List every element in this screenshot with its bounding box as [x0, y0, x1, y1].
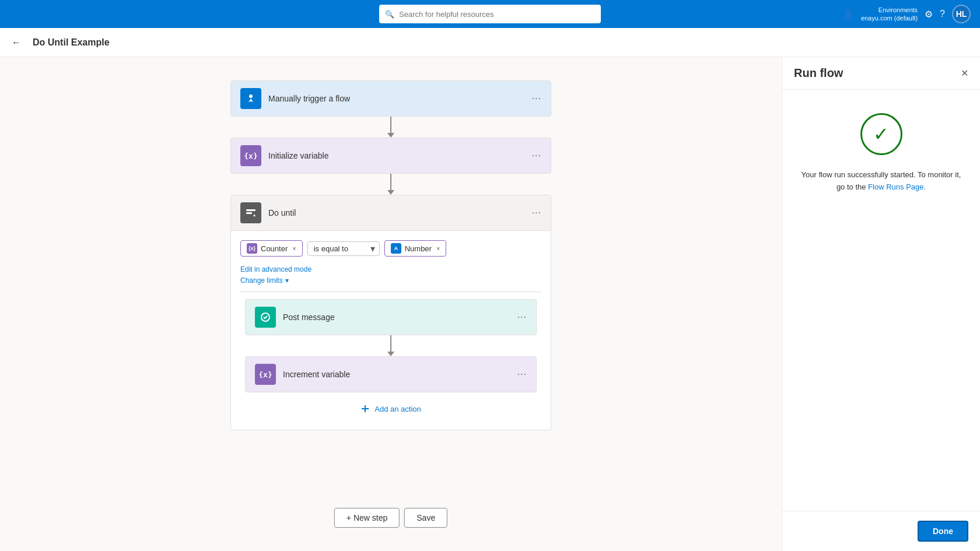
counter-token-icon: {x}	[247, 243, 257, 254]
init-var-icon: {x}	[240, 145, 261, 166]
number-token-icon: A	[391, 243, 401, 254]
search-icon: 🔍	[385, 10, 394, 19]
do-until-body: {x} Counter × is equal to is not equal t…	[231, 231, 551, 430]
sub-header: ← Do Until Example	[0, 28, 980, 57]
change-limits-label: Change limits	[240, 276, 283, 285]
bottom-toolbar: + New step Save	[334, 508, 447, 528]
environment-name: enayu.com (default)	[861, 14, 918, 22]
panel-title: Run flow	[794, 66, 843, 80]
increment-var-icon: {x}	[255, 364, 276, 385]
success-check-icon: ✓	[873, 123, 889, 145]
add-action-label: Add an action	[374, 405, 421, 413]
svg-rect-2	[246, 212, 252, 214]
canvas: Manually trigger a flow ··· {x} Initiali…	[0, 57, 782, 551]
increment-var-step: {x} Increment variable ···	[245, 356, 537, 392]
counter-token[interactable]: {x} Counter ×	[240, 240, 303, 257]
counter-token-close[interactable]: ×	[292, 245, 296, 252]
number-token[interactable]: A Number ×	[384, 240, 447, 257]
connector-line-2	[390, 174, 391, 190]
settings-icon[interactable]: ⚙	[925, 9, 933, 20]
flow-container: Manually trigger a flow ··· {x} Initiali…	[230, 80, 551, 430]
trigger-more[interactable]: ···	[532, 93, 541, 104]
environment-info: Environments enayu.com (default)	[861, 6, 918, 23]
trigger-title: Manually trigger a flow	[268, 94, 532, 103]
change-limits-link[interactable]: Change limits ▾	[240, 276, 541, 285]
new-step-button[interactable]: + New step	[334, 508, 400, 528]
counter-token-label: Counter	[261, 244, 288, 253]
panel-header: Run flow ✕	[782, 57, 980, 90]
do-until-header: Do until ···	[231, 195, 551, 231]
post-message-icon	[255, 307, 276, 328]
increment-var-title: Increment variable	[283, 370, 517, 379]
svg-rect-1	[246, 209, 256, 211]
trigger-step-header: Manually trigger a flow ···	[231, 81, 551, 116]
init-var-header: {x} Initialize variable ···	[231, 138, 551, 173]
connector-line-1	[390, 117, 391, 133]
do-until-more[interactable]: ···	[532, 208, 541, 218]
divider	[240, 292, 541, 292]
inner-steps: Post message ···	[240, 299, 541, 397]
search-input[interactable]	[399, 10, 595, 19]
init-var-step: {x} Initialize variable ···	[230, 138, 551, 174]
svg-rect-5	[362, 408, 369, 409]
do-until-title: Do until	[268, 208, 532, 217]
operator-select-wrapper[interactable]: is equal to is not equal to is greater t…	[307, 241, 380, 256]
environment-label: Environments	[878, 6, 918, 14]
run-flow-panel: Run flow ✕ ✓ Your flow run successfully …	[782, 57, 980, 551]
trigger-step: Manually trigger a flow ···	[230, 80, 551, 117]
connector-arrow-inner	[387, 352, 394, 356]
top-bar: 🔍 👤 Environments enayu.com (default) ⚙ ?…	[0, 0, 980, 28]
connector-arrow-2	[387, 190, 394, 195]
do-until-container: Do until ··· {x} Counter × is equal	[230, 195, 551, 430]
post-message-step: Post message ···	[245, 299, 537, 335]
change-limits-chevron: ▾	[285, 276, 289, 285]
do-until-icon	[240, 202, 261, 223]
connector-inner	[245, 335, 537, 356]
init-var-title: Initialize variable	[268, 151, 532, 160]
condition-row: {x} Counter × is equal to is not equal t…	[240, 240, 541, 257]
connector-line-inner	[390, 335, 391, 352]
post-message-more[interactable]: ···	[517, 312, 527, 322]
avatar[interactable]: HL	[952, 5, 971, 23]
save-button[interactable]: Save	[404, 508, 447, 528]
search-box[interactable]: 🔍	[379, 5, 601, 23]
svg-point-0	[249, 94, 253, 98]
panel-footer: Done	[782, 511, 980, 551]
increment-var-header: {x} Increment variable ···	[246, 357, 536, 392]
number-token-close[interactable]: ×	[436, 245, 440, 252]
connector-2	[387, 174, 394, 195]
connector-1	[387, 117, 394, 138]
flow-title: Do Until Example	[33, 37, 110, 48]
back-button[interactable]: ←	[12, 36, 26, 50]
person-icon[interactable]: 👤	[842, 9, 854, 20]
increment-var-more[interactable]: ···	[517, 369, 527, 380]
help-icon[interactable]: ?	[940, 9, 945, 19]
post-message-title: Post message	[283, 313, 517, 322]
number-token-label: Number	[405, 244, 432, 253]
success-circle: ✓	[860, 113, 902, 155]
operator-select[interactable]: is equal to is not equal to is greater t…	[307, 241, 380, 256]
panel-close-button[interactable]: ✕	[961, 68, 968, 79]
add-action-button[interactable]: Add an action	[240, 397, 541, 420]
panel-body: ✓ Your flow run successfully started. To…	[782, 90, 980, 511]
top-right-area: 👤 Environments enayu.com (default) ⚙ ? H…	[842, 0, 971, 28]
done-button[interactable]: Done	[918, 521, 968, 542]
success-message: Your flow run successfully started. To m…	[796, 169, 966, 194]
init-var-more[interactable]: ···	[532, 150, 541, 161]
main-layout: Manually trigger a flow ··· {x} Initiali…	[0, 57, 980, 551]
post-message-header: Post message ···	[246, 300, 536, 335]
trigger-icon	[240, 88, 261, 109]
flow-runs-link[interactable]: Flow Runs Page.	[868, 183, 926, 191]
connector-arrow-1	[387, 133, 394, 138]
advanced-mode-link[interactable]: Edit in advanced mode	[240, 265, 312, 273]
